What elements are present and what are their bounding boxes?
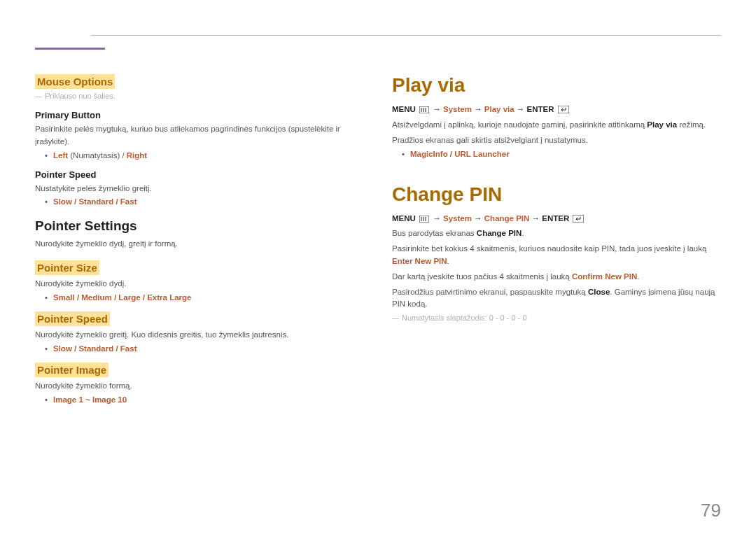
- desc-play-via-2: Pradžios ekranas gali skirtis atsižvelgi…: [392, 134, 721, 147]
- heading-pointer-speed-1: Pointer Speed: [35, 169, 364, 180]
- opts-pointer-size: Small / Medium / Large / Extra Large: [53, 293, 191, 302]
- desc1c: režimą.: [677, 120, 706, 129]
- svg-rect-5: [419, 216, 429, 223]
- menu-path-play-via: MENU → System → Play via → ENTER: [392, 104, 721, 116]
- l2b: Enter New PIN: [392, 257, 447, 265]
- desc-pointer-settings: Nurodykite žymeklio dydį, greitį ir form…: [35, 238, 364, 251]
- l4b: Close: [588, 288, 610, 296]
- accent-bar: [35, 48, 105, 50]
- desc-pointer-speed-1: Nustatykite pelės žymeklio greitį.: [35, 183, 364, 195]
- heading-pointer-settings: Pointer Settings: [35, 218, 364, 234]
- heading-pointer-speed-2: Pointer Speed: [35, 311, 110, 326]
- options-pointer-size: Small / Medium / Large / Extra Large: [45, 293, 364, 302]
- enter-label: ENTER: [527, 105, 554, 113]
- menu-label: MENU: [392, 105, 416, 113]
- l4a: Pasirodžius patvirtinimo ekranui, paspau…: [392, 288, 588, 296]
- desc-primary-button: Pasirinkite pelės mygtuką, kuriuo bus at…: [35, 123, 364, 148]
- l3c: .: [637, 272, 639, 281]
- heading-change-pin: Change PIN: [392, 183, 721, 206]
- left-column: Mouse Options Priklauso nuo šalies. Prim…: [35, 74, 364, 416]
- heading-pointer-image: Pointer Image: [35, 363, 108, 377]
- opt-left-note: (Numatytasis) /: [68, 151, 127, 160]
- enter-label-2: ENTER: [542, 214, 569, 223]
- opts-pointer-image: Image 1 ~ Image 10: [53, 395, 127, 404]
- options-pointer-speed-1: Slow / Standard / Fast: [45, 197, 364, 206]
- options-pointer-image: Image 1 ~ Image 10: [45, 395, 364, 404]
- page-number: 79: [701, 500, 721, 521]
- opts-pointer-speed-2: Slow / Standard / Fast: [53, 344, 137, 353]
- l2a: Pasirinkite bet kokius 4 skaitmenis, kur…: [392, 244, 706, 253]
- heading-primary-button: Primary Button: [35, 110, 364, 120]
- opts-play-via: MagicInfo / URL Launcher: [410, 150, 510, 158]
- l3a: Dar kartą įveskite tuos pačius 4 skaitme…: [392, 272, 572, 281]
- opts-pointer-speed-1: Slow / Standard / Fast: [53, 197, 137, 206]
- menu-path-change-pin: MENU → System → Change PIN → ENTER: [392, 213, 721, 225]
- menu-icon: [419, 104, 429, 116]
- l2c: .: [447, 257, 449, 265]
- enter-icon: [558, 104, 569, 116]
- opt-right: Right: [127, 151, 147, 160]
- change-pin-line3: Dar kartą įveskite tuos pačius 4 skaitme…: [392, 271, 721, 283]
- note-region: Priklauso nuo šalies.: [35, 92, 364, 100]
- desc-pointer-speed-2: Nurodykite žymeklio greitį. Kuo didesnis…: [35, 329, 364, 342]
- desc-pointer-image: Nurodykite žymeklio formą.: [35, 380, 364, 393]
- path-system-2: System: [443, 214, 472, 223]
- l1a: Bus parodytas ekranas: [392, 229, 477, 237]
- options-pointer-speed-2: Slow / Standard / Fast: [45, 344, 364, 353]
- right-column: Play via MENU → System → Play via → ENTE…: [392, 74, 721, 416]
- l3b: Confirm New PIN: [572, 272, 637, 281]
- options-primary-button: Left (Numatytasis) / Right: [45, 151, 364, 160]
- note-default-pin: Numatytasis slaptažodis: 0 - 0 - 0 - 0: [392, 314, 721, 322]
- desc1b: Play via: [647, 120, 677, 129]
- desc1a: Atsižvelgdami į aplinką, kurioje naudoja…: [392, 120, 647, 129]
- l1c: .: [522, 229, 524, 237]
- options-play-via: MagicInfo / URL Launcher: [402, 150, 721, 158]
- divider: [91, 35, 721, 36]
- desc-play-via-1: Atsižvelgdami į aplinką, kurioje naudoja…: [392, 119, 721, 132]
- path-play-via: Play via: [484, 105, 514, 113]
- svg-rect-0: [419, 106, 429, 113]
- change-pin-line4: Pasirodžius patvirtinimo ekranui, paspau…: [392, 286, 721, 311]
- change-pin-line1: Bus parodytas ekranas Change PIN.: [392, 227, 721, 240]
- change-pin-line2: Pasirinkite bet kokius 4 skaitmenis, kur…: [392, 243, 721, 268]
- enter-icon-2: [573, 213, 584, 225]
- desc-pointer-size: Nurodykite žymeklio dydį.: [35, 278, 364, 290]
- l1b: Change PIN: [477, 229, 522, 237]
- path-change-pin: Change PIN: [484, 214, 530, 223]
- menu-label-2: MENU: [392, 214, 416, 223]
- opt-left: Left: [53, 151, 68, 160]
- heading-mouse-options: Mouse Options: [35, 74, 115, 89]
- heading-pointer-size: Pointer Size: [35, 260, 99, 275]
- menu-icon-2: [419, 213, 429, 225]
- path-system: System: [443, 105, 472, 113]
- heading-play-via: Play via: [392, 74, 721, 97]
